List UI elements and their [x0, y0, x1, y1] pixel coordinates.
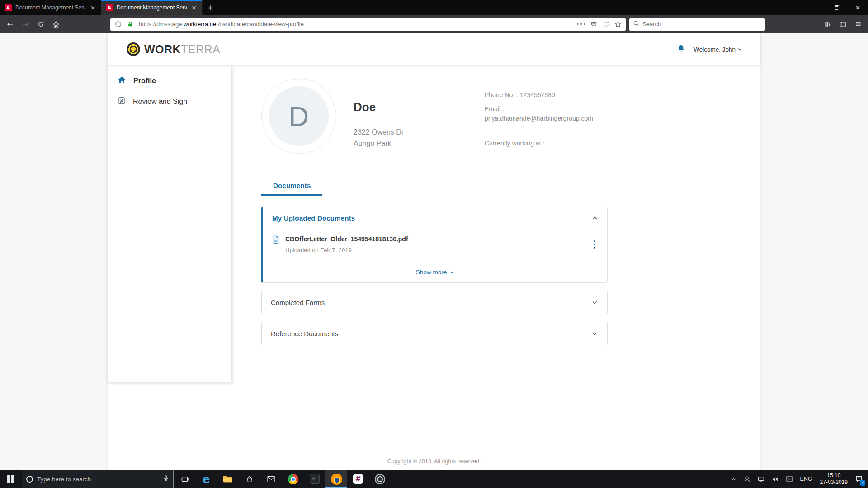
tray-language[interactable]: ENG: [797, 470, 816, 488]
sync-icon[interactable]: [600, 18, 612, 31]
tab-title: Document Management Servi: [15, 5, 85, 11]
avatar: D: [261, 79, 336, 154]
document-kebab-menu-icon[interactable]: [591, 239, 598, 250]
taskbar-icon-store[interactable]: [239, 470, 260, 488]
browser-tab-1[interactable]: A Document Management Servi ×: [0, 0, 101, 15]
tray-volume-icon[interactable]: [768, 470, 782, 488]
browser-search-bar[interactable]: [629, 18, 765, 31]
card-title: My Uploaded Documents: [272, 214, 355, 222]
taskbar-search-input[interactable]: [37, 476, 159, 483]
main-content: D Doe 2322 Owens Dr Aurigo Park Phone: [231, 65, 760, 470]
browser-tab-2-active[interactable]: A Document Management Servi ×: [101, 0, 203, 15]
url-text[interactable]: https://dmsstage.workterra.net/candidate…: [137, 21, 575, 28]
tab-title: Document Management Servi: [117, 5, 187, 11]
tab-close-icon[interactable]: ×: [89, 4, 96, 11]
taskbar-icon-terminal[interactable]: >_: [304, 470, 326, 488]
task-view-button[interactable]: [174, 470, 195, 488]
window-controls: ×: [806, 0, 868, 15]
brand-text: WORKTERRA: [144, 43, 220, 56]
lock-icon[interactable]: [124, 18, 136, 31]
window-close-button[interactable]: ×: [847, 0, 868, 15]
pocket-icon[interactable]: [588, 18, 599, 31]
tray-network-icon[interactable]: [754, 470, 768, 488]
candidate-name: Doe: [354, 100, 404, 114]
accordion-completed-forms[interactable]: Completed Forms: [261, 291, 608, 314]
home-button[interactable]: [49, 18, 63, 31]
tray-time: 15:10: [827, 472, 840, 479]
browser-tab-bar: A Document Management Servi × A Document…: [0, 0, 868, 15]
sidebar-item-label: Profile: [133, 77, 156, 85]
menu-hamburger-icon[interactable]: [851, 18, 865, 31]
my-uploaded-documents-card: My Uploaded Documents CBOffer: [261, 207, 608, 283]
header-right: Welcome, John: [677, 44, 742, 55]
email-value: priya.dhamande@harbingergroup.com: [485, 114, 608, 123]
taskbar-icon-chrome[interactable]: [282, 470, 304, 488]
tray-date: 27-03-2019: [820, 479, 848, 486]
back-button[interactable]: ←: [3, 18, 17, 31]
tray-keyboard-icon[interactable]: [782, 470, 797, 488]
tray-chevron-up-icon[interactable]: [727, 470, 740, 488]
start-button[interactable]: [0, 470, 22, 488]
profile-tabs: Documents: [261, 176, 608, 195]
angular-favicon-icon: A: [106, 4, 113, 11]
taskbar-icon-slack[interactable]: #: [347, 470, 369, 488]
show-more-button[interactable]: Show more: [263, 262, 607, 282]
collapse-chevron-up-icon[interactable]: [592, 215, 598, 221]
address-line-1: 2322 Owens Dr: [354, 127, 404, 138]
sidebar-item-profile[interactable]: Profile: [118, 70, 222, 91]
cortana-icon: [26, 476, 33, 483]
search-input[interactable]: [642, 21, 761, 28]
angular-favicon-icon: A: [5, 4, 12, 11]
tray-clock[interactable]: 15:10 27-03-2019: [816, 470, 852, 488]
browser-chrome: A Document Management Servi × A Document…: [0, 0, 868, 33]
taskbar-icon-round-app[interactable]: [369, 470, 391, 488]
reload-button[interactable]: [33, 18, 48, 31]
profile-summary: D Doe 2322 Owens Dr Aurigo Park Phone: [261, 79, 608, 154]
document-upload-date: Uploaded on Feb 7, 2019: [285, 247, 408, 253]
windows-taskbar: e >_ #: [0, 470, 868, 488]
new-tab-button[interactable]: +: [203, 0, 218, 15]
address-bar[interactable]: https://dmsstage.workterra.net/candidate…: [110, 18, 626, 31]
file-icon: [272, 235, 280, 246]
home-icon: [118, 75, 126, 86]
accordion-label: Reference Documents: [271, 330, 338, 338]
taskbar-icon-edge[interactable]: e: [195, 470, 217, 488]
microphone-icon[interactable]: [163, 475, 169, 483]
window-minimize-button[interactable]: [806, 0, 826, 15]
action-center-icon[interactable]: 4: [852, 470, 866, 488]
user-menu[interactable]: Welcome, John: [693, 46, 742, 53]
taskbar-icon-file-explorer[interactable]: [217, 470, 239, 488]
bookmark-star-icon[interactable]: [612, 18, 624, 31]
sidebar-toggle-icon[interactable]: [835, 18, 850, 31]
tray-people-icon[interactable]: [740, 470, 754, 488]
tab-close-icon[interactable]: ×: [190, 4, 198, 11]
workterra-logo[interactable]: WORKTERRA: [127, 42, 220, 56]
taskbar-icon-firefox[interactable]: [326, 470, 347, 488]
section-divider: [261, 164, 608, 164]
show-more-label: Show more: [416, 269, 447, 276]
window-restore-button[interactable]: [826, 0, 847, 15]
tab-documents[interactable]: Documents: [261, 176, 322, 196]
notifications-bell-icon[interactable]: [677, 44, 685, 55]
accordion-reference-documents[interactable]: Reference Documents: [261, 322, 608, 345]
address-line-2: Aurigo Park: [354, 138, 404, 150]
sidebar: Profile Review and Sign: [108, 65, 231, 382]
sidebar-item-review-and-sign[interactable]: Review and Sign: [118, 91, 222, 112]
site-info-icon[interactable]: [112, 18, 124, 31]
app-container: WORKTERRA Welcome, John: [108, 33, 760, 470]
search-icon: [633, 20, 639, 28]
forward-button[interactable]: →: [18, 18, 33, 31]
expand-chevron-down-icon[interactable]: [591, 330, 598, 337]
currently-working-at: Currently working at :: [485, 139, 608, 148]
uploaded-documents-header[interactable]: My Uploaded Documents: [263, 207, 607, 228]
chevron-down-icon: [737, 47, 742, 52]
taskbar-search[interactable]: [22, 470, 174, 488]
page-actions-icon[interactable]: •••: [576, 18, 587, 31]
document-file-name: CBOfferLetter_Older_1549541018136.pdf: [285, 235, 408, 243]
expand-chevron-down-icon[interactable]: [591, 299, 598, 306]
system-tray: ENG 15:10 27-03-2019 4: [727, 470, 868, 488]
copyright-footer: Copyright © 2018. All rights reserved.: [108, 458, 760, 465]
sidebar-item-label: Review and Sign: [133, 98, 187, 106]
library-icon[interactable]: [820, 18, 835, 31]
taskbar-icon-mail[interactable]: [260, 470, 282, 488]
